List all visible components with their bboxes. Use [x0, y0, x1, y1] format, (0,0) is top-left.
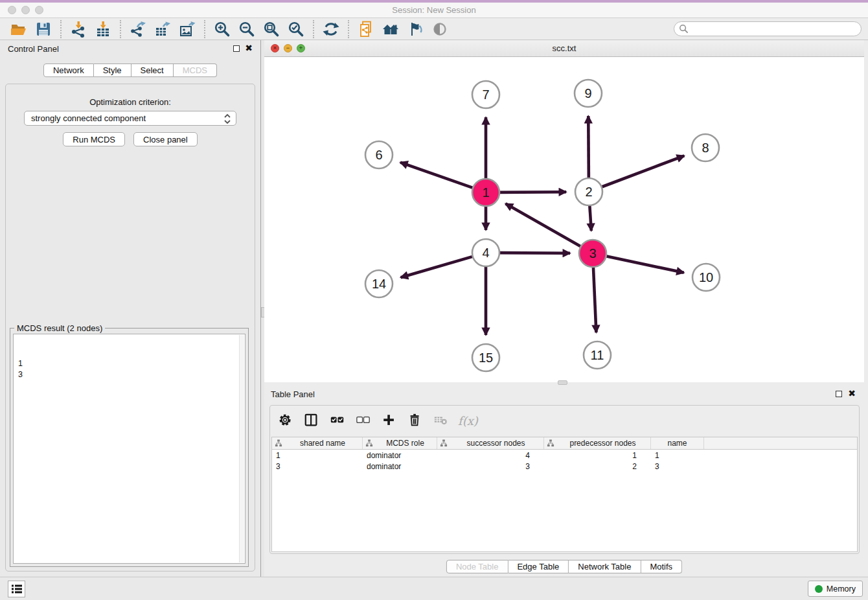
open-file-icon[interactable] [6, 19, 31, 39]
tab-motifs[interactable]: Motifs [641, 560, 682, 573]
graph-node-15[interactable]: 15 [472, 344, 499, 371]
column-header-name[interactable]: name [651, 437, 704, 449]
tab-network[interactable]: Network [43, 63, 94, 77]
export-image-icon[interactable] [175, 19, 200, 39]
graph-node-6[interactable]: 6 [365, 141, 393, 168]
edge-2-9[interactable] [588, 116, 589, 178]
add-row-icon[interactable] [380, 411, 398, 430]
tab-node-table[interactable]: Node Table [446, 560, 508, 573]
export-table-icon[interactable] [150, 19, 175, 39]
delete-table-icon[interactable] [432, 411, 450, 430]
graph-node-3[interactable]: 3 [579, 240, 606, 267]
svg-text:9: 9 [584, 86, 591, 100]
column-header-shared-name[interactable]: shared name [272, 437, 363, 449]
mcds-result-line: 1 [18, 358, 245, 369]
hide-graphics-details-icon[interactable] [403, 19, 428, 39]
select-all-checkboxes-icon[interactable] [328, 411, 347, 430]
export-network-icon[interactable] [126, 19, 150, 39]
column-header-successor-nodes[interactable]: successor nodes [437, 437, 544, 449]
select-stepper-icon [223, 113, 232, 124]
table-cell: 1 [544, 451, 651, 460]
table-cell: dominator [363, 462, 437, 471]
tab-select[interactable]: Select [131, 63, 174, 77]
zoom-in-icon[interactable] [210, 19, 234, 39]
horizontal-split-grip[interactable] [558, 380, 567, 385]
memory-button[interactable]: Memory [808, 581, 863, 597]
delete-row-icon[interactable] [406, 411, 424, 430]
mcds-result-title: MCDS result (2 nodes) [14, 323, 105, 333]
tab-edge-table[interactable]: Edge Table [508, 560, 569, 573]
column-header-predecessor-nodes[interactable]: predecessor nodes [544, 437, 651, 449]
mcds-result-fieldset: MCDS result (2 nodes) 13 [10, 328, 249, 567]
graph-node-14[interactable]: 14 [365, 270, 393, 297]
column-hierarchy-icon [365, 439, 373, 447]
svg-text:14: 14 [372, 277, 386, 291]
svg-text:2: 2 [585, 185, 592, 199]
table-close-icon[interactable]: ✖ [848, 389, 856, 398]
table-cell: 3 [437, 462, 544, 471]
table-row[interactable]: 1dominator411 [272, 450, 857, 461]
network-window-title: scc.txt [264, 43, 864, 53]
edge-3-11[interactable] [593, 268, 596, 332]
search-icon [679, 24, 689, 34]
deselect-all-checkboxes-icon[interactable] [354, 411, 372, 430]
gear-icon[interactable] [277, 411, 295, 430]
edge-2-3[interactable] [589, 206, 591, 231]
search-box [674, 21, 862, 36]
import-table-icon[interactable] [91, 19, 115, 39]
run-mcds-button[interactable]: Run MCDS [63, 132, 125, 146]
graph-node-10[interactable]: 10 [692, 264, 720, 291]
network-canvas[interactable]: 1234678910111415 [264, 57, 864, 382]
node-table-body: 1dominator4113dominator323 [272, 450, 857, 472]
edge-3-1[interactable] [505, 203, 580, 246]
tab-mcds[interactable]: MCDS [174, 63, 217, 77]
table-row[interactable]: 3dominator323 [272, 461, 857, 472]
session-title: Session: New Session [0, 5, 868, 15]
refresh-icon[interactable] [319, 19, 343, 39]
column-header-MCDS-role[interactable]: MCDS role [363, 437, 437, 449]
tab-style[interactable]: Style [94, 63, 131, 77]
zoom-out-icon[interactable] [234, 19, 259, 39]
zoom-fit-icon[interactable] [259, 19, 284, 39]
table-float-icon[interactable] [836, 391, 842, 397]
graph-node-4[interactable]: 4 [472, 239, 499, 266]
graph-node-11[interactable]: 11 [584, 341, 611, 369]
column-header-label: MCDS role [376, 439, 434, 448]
toolbar-separator [313, 20, 314, 38]
float-panel-icon[interactable] [233, 45, 240, 52]
graph-node-1[interactable]: 1 [472, 179, 499, 206]
table-cell: 1 [651, 451, 704, 460]
import-network-icon[interactable] [66, 19, 91, 39]
mcds-result-textarea[interactable]: 13 [13, 334, 246, 564]
edge-1-6[interactable] [400, 163, 472, 188]
columns-icon[interactable] [303, 411, 321, 430]
graph-node-2[interactable]: 2 [575, 178, 602, 205]
graph-node-8[interactable]: 8 [692, 134, 719, 161]
zoom-selected-icon[interactable] [284, 19, 308, 39]
edge-4-14[interactable] [401, 257, 472, 277]
graph-node-9[interactable]: 9 [575, 80, 602, 107]
tab-network-table[interactable]: Network Table [569, 560, 641, 573]
mcds-result-scrollbar[interactable] [239, 335, 244, 562]
optimization-criterion-value: strongly connected component [31, 113, 146, 123]
edge-4-3[interactable] [500, 253, 570, 253]
column-header-label: name [654, 439, 701, 448]
close-panel-icon[interactable]: ✖ [245, 43, 253, 52]
edge-2-8[interactable] [602, 156, 685, 187]
home-icon[interactable] [378, 19, 403, 39]
svg-text:10: 10 [699, 270, 713, 284]
memory-status-dot [815, 585, 823, 593]
optimization-criterion-select[interactable]: strongly connected component [24, 111, 236, 126]
edge-1-2[interactable] [500, 192, 566, 192]
node-table-header: shared nameMCDS rolesuccessor nodesprede… [272, 437, 857, 450]
open-session-file-icon[interactable] [354, 19, 378, 39]
save-session-icon[interactable] [31, 19, 56, 39]
close-panel-button[interactable]: Close panel [133, 132, 198, 146]
task-history-button[interactable] [8, 581, 25, 597]
edge-3-10[interactable] [607, 257, 684, 273]
network-window-titlebar: × − + scc.txt [264, 40, 864, 57]
birds-eye-view-icon[interactable] [428, 19, 452, 39]
table-cell: dominator [363, 451, 437, 460]
search-input[interactable] [674, 21, 862, 36]
graph-node-7[interactable]: 7 [472, 81, 499, 108]
